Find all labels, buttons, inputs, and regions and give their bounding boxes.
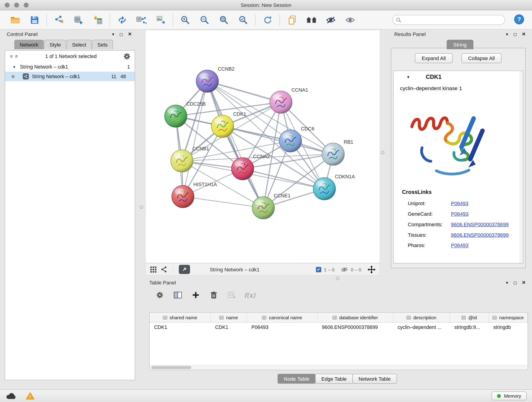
refresh-network-button[interactable] [258, 12, 277, 27]
collapse-triangle-icon[interactable]: ▼ [13, 65, 16, 69]
network-from-selection-button[interactable] [112, 12, 132, 27]
collapse-triangle-icon[interactable]: ▼ [406, 75, 410, 79]
pan-crosshair-icon[interactable] [367, 265, 376, 274]
search-input[interactable] [401, 17, 501, 23]
gear-icon[interactable] [123, 53, 131, 60]
protein-section-header[interactable]: ▼ CDK1 [394, 71, 523, 83]
scrollbar-thumb[interactable] [151, 366, 191, 369]
memory-button[interactable]: Memory [492, 391, 526, 400]
expand-all-icon[interactable]: » [13, 54, 19, 59]
column-header[interactable]: database identifier [317, 313, 393, 322]
show-all-button[interactable] [340, 12, 360, 27]
column-header[interactable]: @id [450, 313, 489, 322]
network-graph[interactable]: CCNB2CCNA1CDC25BCDK1CDC6RB1CCNB1CCNA2CDK… [146, 30, 380, 263]
panel-close-icon[interactable]: × [128, 31, 132, 37]
import-table-button[interactable] [88, 12, 107, 27]
open-session-button[interactable] [6, 12, 25, 27]
tab-string[interactable]: String [447, 40, 473, 49]
edge-CCNB2-HIST1H1A[interactable] [183, 81, 207, 197]
edge-CCNB2-CCNE1[interactable] [207, 81, 263, 208]
create-column-button[interactable] [187, 288, 204, 302]
node-CCNA1[interactable]: CCNA1 [270, 87, 308, 114]
node-CCNB2[interactable]: CCNB2 [196, 66, 234, 92]
open-in-new-window-button[interactable] [179, 265, 190, 274]
zoom-selected-button[interactable] [234, 12, 253, 27]
network-collection-row[interactable]: ▼ String Network – cdk1 1 [5, 62, 135, 71]
node-CDKN1A[interactable]: CDKN1A [313, 174, 355, 200]
column-header[interactable]: name [211, 313, 247, 322]
crosslink-link[interactable]: 9606.ENSP00000378699 [451, 221, 509, 227]
share-view-icon[interactable] [160, 266, 167, 273]
import-database-button[interactable] [69, 12, 88, 27]
zoom-out-button[interactable] [195, 12, 214, 27]
left-divider-handle[interactable] [140, 205, 143, 209]
zoom-in-button[interactable] [176, 12, 195, 27]
node-CCNB1[interactable]: CCNB1 [171, 146, 209, 172]
expand-all-button[interactable]: Expand All [415, 53, 452, 63]
network-row[interactable]: String Network – cdk1 11 48 [5, 72, 135, 81]
function-builder-button[interactable]: f(x) [241, 288, 258, 302]
node-RB1[interactable]: RB1 [322, 139, 353, 166]
minimize-window-button[interactable] [14, 3, 19, 7]
cell-database-identifier[interactable]: 9606.ENSP00000378699 [317, 322, 393, 332]
collapse-all-button[interactable]: Collapse All [462, 53, 501, 63]
crosslink-link[interactable]: P06493 [451, 211, 469, 217]
panel-menu-icon[interactable]: ▾ [506, 32, 508, 36]
panel-menu-icon[interactable]: ▾ [112, 32, 114, 36]
cell-id[interactable]: stringdb:9... [450, 322, 489, 332]
selected-nodes-checkbox[interactable] [316, 267, 321, 272]
cell-description[interactable]: cyclin–dependent ... [393, 322, 450, 332]
close-window-button[interactable] [5, 3, 10, 7]
edge-HIST1H1A-CCNE1[interactable] [183, 197, 263, 208]
crosslink-link[interactable]: P06493 [451, 242, 469, 248]
right-divider-handle[interactable] [381, 151, 385, 154]
tab-network[interactable]: Network [14, 40, 44, 49]
vertical-scrollbar[interactable] [520, 71, 523, 263]
node-HIST1H1A[interactable]: HIST1H1A [172, 182, 217, 208]
horizontal-scrollbar[interactable] [150, 365, 528, 370]
tab-sets[interactable]: Sets [92, 40, 113, 49]
crosslink-link[interactable]: P06493 [451, 200, 469, 206]
tab-network-table[interactable]: Network Table [352, 374, 397, 384]
panel-float-icon[interactable]: ◻ [119, 32, 123, 36]
zoom-window-button[interactable] [24, 3, 29, 7]
cloud-icon[interactable] [6, 392, 17, 400]
copy-document-button[interactable] [282, 12, 302, 27]
panel-float-icon[interactable]: ◻ [513, 32, 517, 36]
warning-icon[interactable]: ! [26, 392, 35, 400]
column-header[interactable]: shared name [150, 313, 211, 322]
cell-name[interactable]: CDK1 [211, 322, 247, 332]
table-settings-button[interactable] [151, 288, 168, 302]
column-header[interactable]: namespace [489, 313, 528, 322]
tab-edge-table[interactable]: Edge Table [315, 374, 353, 384]
cell-canonical-name[interactable]: P06493 [247, 322, 317, 332]
hide-selected-button[interactable] [321, 12, 340, 27]
show-columns-button[interactable] [169, 288, 186, 302]
export-image-button[interactable] [151, 12, 170, 27]
network-from-table-button[interactable] [132, 12, 151, 27]
panel-float-icon[interactable]: ◻ [513, 280, 517, 285]
help-button[interactable]: ? [514, 14, 525, 26]
table-row[interactable]: CDK1 CDK1 P06493 9606.ENSP00000378699 cy… [150, 322, 528, 332]
panel-close-icon[interactable]: × [522, 31, 526, 37]
zoom-fit-button[interactable] [214, 12, 233, 27]
edge-CDK1-RB1[interactable] [222, 126, 333, 154]
import-network-button[interactable] [49, 12, 69, 27]
node-CDK1[interactable]: CDK1 [211, 111, 246, 138]
crosslink-link[interactable]: 9606.ENSP00000378699 [451, 232, 509, 238]
column-header[interactable]: canonical name [247, 313, 317, 322]
cell-namespace[interactable]: stringdb [489, 322, 528, 332]
delete-column-button[interactable] [205, 288, 222, 302]
network-view[interactable]: CCNB2CCNA1CDC25BCDK1CDC6RB1CCNB1CCNA2CDK… [145, 30, 380, 263]
panel-close-icon[interactable]: × [522, 279, 526, 286]
grid-view-icon[interactable] [150, 266, 157, 273]
tab-node-table[interactable]: Node Table [278, 374, 316, 384]
tab-select[interactable]: Select [67, 40, 92, 49]
bottom-divider-handle[interactable] [336, 277, 339, 280]
tab-style[interactable]: Style [44, 40, 66, 49]
cell-shared-name[interactable]: CDK1 [150, 322, 211, 332]
panel-menu-icon[interactable]: ▾ [506, 280, 508, 285]
column-header[interactable]: description [393, 313, 450, 322]
save-session-button[interactable] [25, 12, 44, 27]
home-views-button[interactable] [302, 12, 321, 27]
